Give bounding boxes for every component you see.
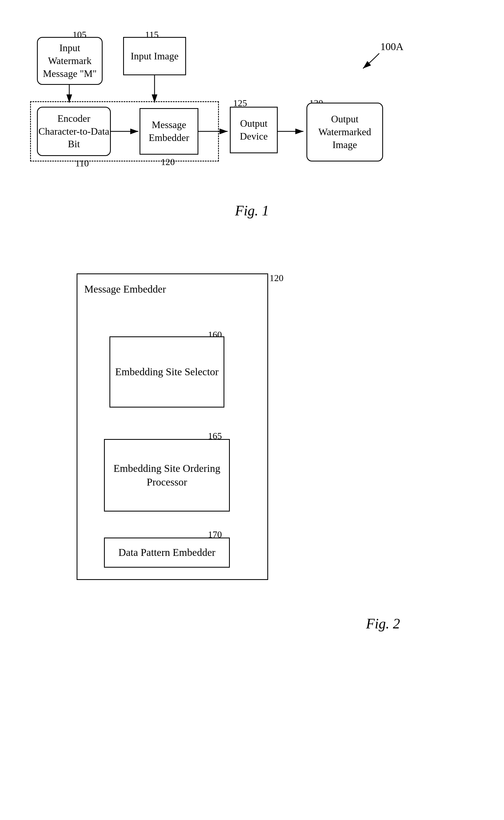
ref-110: 110 [75, 158, 89, 169]
output-device-label: Output Device [231, 117, 277, 143]
output-watermarked-box: Output Watermarked Image [306, 103, 383, 161]
fig1-section: 105 Input Watermark Message "M" 115 Inpu… [0, 0, 504, 235]
message-embedder-outer-label: Message Embedder [84, 282, 166, 296]
ref-100A: 100A [380, 41, 403, 53]
data-pattern-embedder-box: Data Pattern Embedder [104, 538, 230, 568]
output-watermarked-label: Output Watermarked Image [307, 113, 382, 151]
fig2-diagram: Message Embedder 120 160 Embedding Site … [22, 252, 482, 607]
embedding-site-selector-box: Embedding Site Selector [109, 336, 224, 408]
message-embedder-outer-box: Message Embedder [77, 273, 268, 580]
embedding-site-ordering-box: Embedding Site Ordering Processor [104, 439, 230, 512]
message-embedder-box: Message Embedder [140, 108, 198, 155]
ref-120-fig2: 120 [270, 273, 283, 283]
input-image-label: Input Image [131, 50, 179, 63]
data-pattern-embedder-label: Data Pattern Embedder [118, 546, 216, 559]
fig1-title: Fig. 1 [22, 203, 482, 219]
input-image-box: Input Image [123, 37, 186, 75]
input-watermark-label: Input Watermark Message "M" [38, 42, 102, 80]
output-device-box: Output Device [230, 107, 278, 153]
encoder-label: Encoder Character-to-Data Bit [38, 112, 110, 151]
page: 105 Input Watermark Message "M" 115 Inpu… [0, 0, 504, 820]
input-watermark-box: Input Watermark Message "M" [37, 37, 103, 85]
fig1-diagram: 105 Input Watermark Message "M" 115 Inpu… [22, 22, 482, 192]
encoder-box: Encoder Character-to-Data Bit [37, 107, 111, 156]
embedding-site-selector-label: Embedding Site Selector [115, 365, 219, 379]
fig2-section: Message Embedder 120 160 Embedding Site … [0, 235, 504, 654]
fig2-title: Fig. 2 [22, 616, 482, 632]
message-embedder-label: Message Embedder [140, 119, 198, 144]
ref-120-fig1: 120 [161, 157, 175, 167]
embedding-site-ordering-label: Embedding Site Ordering Processor [105, 462, 229, 489]
